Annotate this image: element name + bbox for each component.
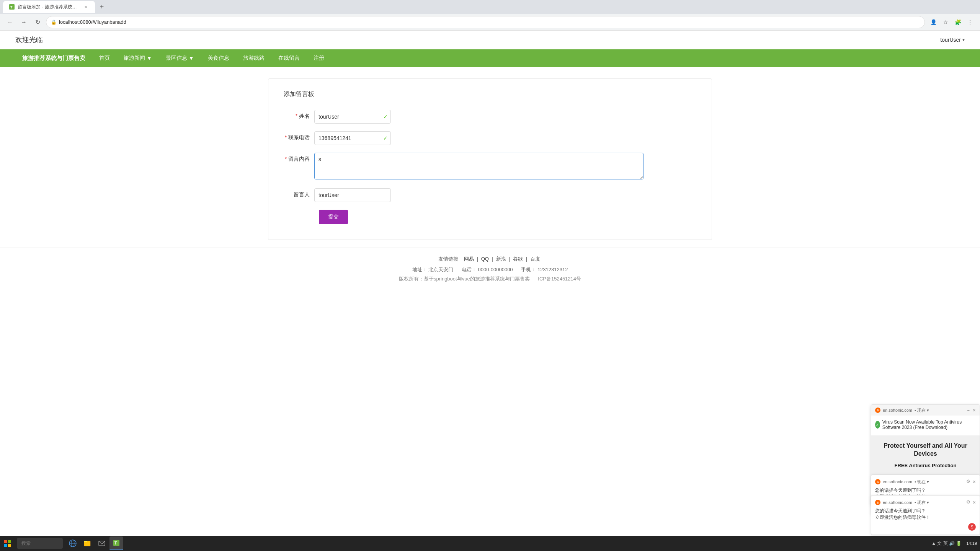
svg-text:T: T — [10, 5, 13, 9]
footer-address: 北京天安门 — [428, 267, 453, 272]
ad-notification-text: Virus Scan Now Available Top Antivirus S… — [882, 419, 976, 430]
profile-icon[interactable]: 👤 — [928, 17, 939, 28]
notif-close-2[interactable]: × — [973, 499, 976, 505]
star-icon[interactable]: ☆ — [940, 17, 951, 28]
footer-mobile: 12312312312 — [537, 267, 568, 272]
ad-sub-title: FREE Antivirus Protection — [877, 463, 973, 468]
name-check-icon: ✓ — [383, 114, 388, 120]
notif-header-1: S en.softonic.com • 现在 ▾ ⚙ × — [875, 479, 976, 485]
form-title: 添加留言板 — [284, 90, 696, 98]
username-label: tourUser — [940, 37, 961, 43]
nav-item-food[interactable]: 美食信息 — [201, 50, 236, 66]
footer-links: 友情链接 网易 | QQ | 新浪 | 谷歌 | 百度 — [15, 256, 965, 262]
footer-phone-label: 电话： — [462, 267, 477, 272]
nav-bar: 旅游推荐系统与门票售卖 首页 旅游新闻 ▼ 景区信息 ▼ 美食信息 旅游线路 在… — [0, 49, 980, 67]
browser-chrome: T 留言板添加 - 旅游推荐系统与门票... × + ← → ↻ 🔒 local… — [0, 0, 980, 31]
site-header: 欢迎光临 tourUser ▾ — [0, 31, 980, 49]
name-row: * 姓名 ✓ — [284, 110, 696, 124]
footer-info: 地址： 北京天安门 电话： 0000-00000000 手机： 12312312… — [15, 266, 965, 273]
content-label: * 留言内容 — [284, 153, 314, 163]
nav-brand: 旅游推荐系统与门票售卖 — [15, 50, 92, 67]
user-dropdown-icon: ▾ — [962, 37, 965, 42]
ad-source-text: en.softonic.com — [883, 408, 912, 412]
url-text: localhost:8080/#/liuyanbanadd — [59, 19, 126, 25]
phone-input-wrapper: ✓ — [314, 131, 391, 145]
author-label: 留言人 — [284, 188, 314, 198]
content-textarea-wrapper: s — [314, 153, 644, 181]
notif-source-2: S en.softonic.com • 现在 ▾ — [875, 500, 929, 505]
footer-link-sina[interactable]: 新浪 — [496, 256, 506, 262]
footer-link-qq[interactable]: QQ — [481, 256, 489, 262]
name-input-wrapper: ✓ — [314, 110, 391, 124]
address-bar[interactable]: 🔒 localhost:8080/#/liuyanbanadd — [46, 16, 925, 28]
new-tab-button[interactable]: + — [96, 2, 107, 12]
notif-close-1[interactable]: × — [973, 479, 976, 485]
ad-time-text: • 现在 ▾ — [915, 408, 929, 413]
ad-main-title: Protect Yourself and All Your Devices — [877, 442, 973, 458]
notif-icon-2: S — [875, 500, 880, 505]
submit-row: 提交 — [284, 210, 696, 224]
back-button[interactable]: ← — [5, 17, 15, 28]
tab-favicon: T — [9, 4, 15, 10]
ad-notification-header: ✓ Virus Scan Now Available Top Antivirus… — [875, 419, 976, 430]
ad-source-icon: S — [875, 408, 880, 413]
ad-header-left: S en.softonic.com • 现在 ▾ — [875, 408, 929, 413]
notif-settings-1[interactable]: ⚙ — [966, 479, 970, 485]
settings-icon[interactable]: ⋮ — [965, 17, 975, 28]
phone-required-mark: * — [285, 134, 287, 140]
active-tab[interactable]: T 留言板添加 - 旅游推荐系统与门票... × — [3, 1, 95, 13]
footer-link-baidu[interactable]: 百度 — [530, 256, 540, 262]
phone-row: * 联系电话 ✓ — [284, 131, 696, 145]
content-required-mark: * — [285, 156, 287, 162]
ad-notification: ✓ Virus Scan Now Available Top Antivirus… — [871, 416, 980, 436]
nav-item-scenic[interactable]: 景区信息 ▼ — [159, 50, 201, 66]
browser-toolbar: ← → ↻ 🔒 localhost:8080/#/liuyanbanadd 👤 … — [0, 14, 980, 31]
security-icon: 🔒 — [51, 20, 57, 25]
tab-close-button[interactable]: × — [83, 4, 89, 10]
ad-close-button[interactable]: × — [973, 407, 976, 413]
content-row: * 留言内容 s — [284, 153, 696, 181]
footer-copyright: 版权所有：基于springboot与vue的旅游推荐系统与门票售卖 ICP备15… — [15, 276, 965, 282]
nav-item-routes[interactable]: 旅游线路 — [236, 50, 271, 66]
user-info[interactable]: tourUser ▾ — [940, 37, 965, 43]
phone-check-icon: ✓ — [383, 135, 388, 141]
content-textarea[interactable]: s — [314, 153, 644, 179]
extensions-icon[interactable]: 🧩 — [952, 17, 963, 28]
site-footer: 友情链接 网易 | QQ | 新浪 | 谷歌 | 百度 地址： 北京天安门 电话… — [0, 248, 980, 290]
nav-item-news[interactable]: 旅游新闻 ▼ — [117, 50, 159, 66]
notif-source-1: S en.softonic.com • 现在 ▾ — [875, 479, 929, 485]
phone-input[interactable] — [314, 131, 391, 145]
welcome-text: 欢迎光临 — [15, 35, 43, 44]
nav-item-register[interactable]: 注册 — [307, 50, 331, 66]
nav-item-home[interactable]: 首页 — [92, 50, 117, 66]
forward-button[interactable]: → — [18, 17, 29, 28]
notification-panel-2: S en.softonic.com • 现在 ▾ ⚙ × 您的话描今天遭到了吗？… — [871, 495, 980, 535]
notif-header-2: S en.softonic.com • 现在 ▾ ⚙ × — [875, 499, 976, 505]
author-input[interactable] — [314, 188, 391, 202]
name-input[interactable] — [314, 110, 391, 124]
main-area: 添加留言板 * 姓名 ✓ * 联系电话 — [260, 67, 720, 248]
notif-icon-right-2: S — [875, 523, 976, 531]
submit-button[interactable]: 提交 — [319, 210, 348, 224]
name-label: * 姓名 — [284, 110, 314, 120]
form-card: 添加留言板 * 姓名 ✓ * 联系电话 — [268, 78, 712, 240]
author-input-wrapper — [314, 188, 391, 202]
nav-item-guestbook[interactable]: 在线留言 — [271, 50, 307, 66]
notif-settings-2[interactable]: ⚙ — [966, 499, 970, 505]
page-content: 欢迎光临 tourUser ▾ 旅游推荐系统与门票售卖 首页 旅游新闻 ▼ 景区… — [0, 31, 980, 536]
author-row: 留言人 — [284, 188, 696, 202]
footer-phone: 0000-00000000 — [478, 267, 513, 272]
ad-minimize-button[interactable]: − — [967, 408, 969, 412]
footer-address-label: 地址： — [412, 267, 427, 272]
tab-title: 留言板添加 - 旅游推荐系统与门票... — [18, 4, 80, 10]
toolbar-icons: 👤 ☆ 🧩 ⋮ — [928, 17, 975, 28]
refresh-button[interactable]: ↻ — [32, 17, 43, 28]
footer-link-google[interactable]: 谷歌 — [513, 256, 523, 262]
footer-link-wangyi[interactable]: 网易 — [464, 256, 474, 262]
notif-right-icon-2: S — [968, 523, 976, 531]
phone-label: * 联系电话 — [284, 131, 314, 141]
titlebar: T 留言板添加 - 旅游推荐系统与门票... × + — [0, 0, 980, 14]
footer-links-label: 友情链接 — [438, 256, 458, 262]
notif-text-2: 您的话描今天遭到了吗？ 立即激活您的防病毒软件！ — [875, 508, 976, 521]
footer-mobile-label: 手机： — [521, 267, 536, 272]
